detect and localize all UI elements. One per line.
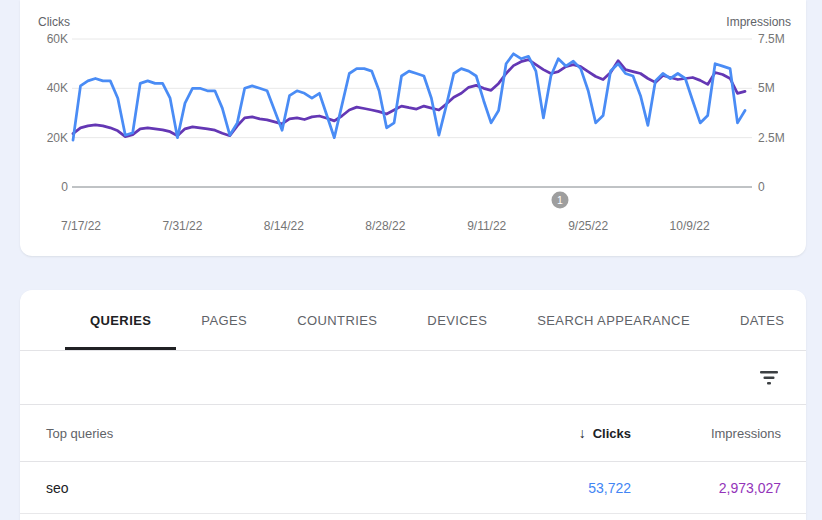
svg-text:8/14/22: 8/14/22	[264, 219, 304, 233]
impressions-column-header[interactable]: Impressions	[631, 426, 781, 441]
tab-countries[interactable]: COUNTRIES	[272, 290, 402, 350]
svg-text:0: 0	[758, 180, 765, 194]
sort-descending-icon: ↓	[579, 425, 586, 441]
table-row-query-seo[interactable]: seo 53,722 2,973,027	[20, 462, 806, 514]
svg-text:10/9/22: 10/9/22	[670, 219, 710, 233]
svg-text:Impressions: Impressions	[726, 15, 791, 29]
table-filter-bar	[20, 351, 806, 405]
svg-text:7/17/22: 7/17/22	[61, 219, 101, 233]
svg-text:0: 0	[61, 180, 68, 194]
svg-text:20K: 20K	[47, 131, 68, 145]
top-queries-column-header: Top queries	[46, 426, 481, 441]
clicks-value-cell: 53,722	[481, 480, 631, 496]
table-header-row: Top queries ↓Clicks Impressions	[20, 405, 806, 462]
clicks-column-header-sorted[interactable]: ↓Clicks	[481, 425, 631, 441]
performance-table-card: QUERIES PAGES COUNTRIES DEVICES SEARCH A…	[20, 290, 806, 520]
svg-text:8/28/22: 8/28/22	[365, 219, 405, 233]
impressions-value-cell: 2,973,027	[631, 480, 781, 496]
performance-chart-card: 60K7.5M40K5M20K2.5M00ClicksImpressions7/…	[20, 0, 806, 256]
svg-text:9/11/22: 9/11/22	[467, 219, 506, 233]
tab-pages[interactable]: PAGES	[176, 290, 272, 350]
query-cell: seo	[46, 480, 481, 496]
annotation-badge-1[interactable]: 1	[552, 192, 569, 209]
svg-text:Clicks: Clicks	[38, 15, 70, 29]
clicks-header-label: Clicks	[593, 426, 631, 441]
svg-text:5M: 5M	[758, 81, 775, 95]
dimension-tabs: QUERIES PAGES COUNTRIES DEVICES SEARCH A…	[20, 290, 806, 351]
svg-text:9/25/22: 9/25/22	[568, 219, 608, 233]
svg-text:1: 1	[557, 194, 563, 206]
search-console-performance-page: 60K7.5M40K5M20K2.5M00ClicksImpressions7/…	[0, 0, 822, 520]
svg-text:7/31/22: 7/31/22	[162, 219, 202, 233]
svg-text:60K: 60K	[47, 32, 68, 46]
clicks-impressions-line-chart[interactable]: 60K7.5M40K5M20K2.5M00ClicksImpressions7/…	[20, 0, 806, 256]
svg-text:40K: 40K	[47, 81, 68, 95]
tab-search-appearance[interactable]: SEARCH APPEARANCE	[512, 290, 715, 350]
filter-list-icon	[760, 371, 778, 385]
svg-text:7.5M: 7.5M	[758, 32, 785, 46]
tab-devices[interactable]: DEVICES	[402, 290, 512, 350]
tab-dates[interactable]: DATES	[715, 290, 806, 350]
svg-text:2.5M: 2.5M	[758, 131, 785, 145]
filter-rows-button[interactable]	[754, 365, 784, 391]
tab-queries[interactable]: QUERIES	[65, 290, 176, 350]
